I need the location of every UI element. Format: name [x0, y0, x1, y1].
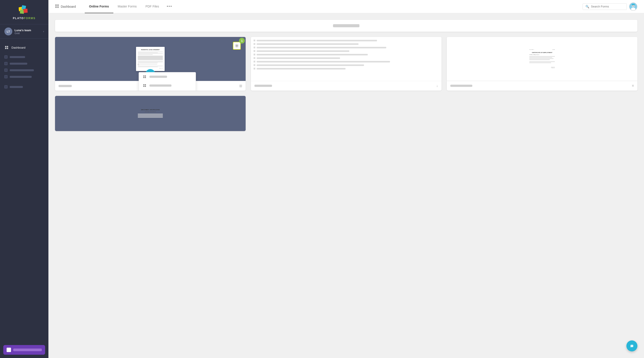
team-selector[interactable]: LT Luna's team Gold › [0, 24, 48, 39]
form-label-bar-5 [10, 86, 23, 88]
context-dropdown: Integration 2 [139, 72, 196, 91]
sidebar-form-item-2[interactable] [4, 60, 44, 67]
list-row-5 [254, 54, 439, 55]
search-input[interactable] [591, 5, 624, 8]
lease-doc-preview: RESIDENTIAL LEASE AGREEMENT [136, 47, 165, 71]
dropdown-item-icon-2 [142, 83, 147, 88]
cert-title: CERTIFICATE OF EMPLOYMENT [529, 52, 555, 53]
tab-master-forms[interactable]: Master Forms [113, 0, 141, 13]
svg-rect-23 [145, 77, 146, 78]
list-row-6 [254, 57, 439, 59]
logo-icon [19, 4, 30, 15]
team-info: Luna's team Gold [14, 28, 43, 34]
footer-download-icon[interactable]: ↓ [436, 84, 438, 88]
lease-doc-title: RESIDENTIAL LEASE AGREEMENT [138, 49, 163, 50]
cert-header: Form BEL 2 GCSS [529, 49, 555, 50]
dashboard-nav-icon [55, 4, 59, 9]
sidebar-form-item-1[interactable] [4, 54, 44, 60]
form-card-certificate: Form BEL 2 GCSS CERTIFICATE OF EMPLOYMEN… [447, 37, 638, 91]
emp-doc: EMPLOYMENT / JOB APPLICATION PERSONAL IN… [136, 107, 165, 120]
chevron-right-icon: › [43, 30, 44, 33]
svg-rect-24 [143, 84, 144, 85]
dropdown-item-icon-1 [142, 74, 147, 79]
search-icon: 🔍 [586, 5, 589, 8]
avatar-inner [630, 3, 637, 10]
svg-rect-3 [23, 8, 28, 13]
team-plan: Gold [14, 32, 43, 34]
sidebar-form-item-4[interactable] [4, 73, 44, 80]
search-box[interactable]: 🔍 [582, 3, 627, 10]
list-card-footer: ↓ [251, 81, 442, 90]
svg-rect-6 [5, 48, 6, 49]
form-checkbox-5 [4, 85, 8, 88]
dashboard-nav-item[interactable]: Dashboard [55, 4, 76, 9]
form-card-emp-preview: EMPLOYMENT / JOB APPLICATION PERSONAL IN… [55, 96, 246, 131]
form-checkbox-2 [4, 62, 8, 65]
sidebar-form-item-5[interactable] [4, 83, 44, 90]
form-checkbox-1 [4, 55, 8, 58]
team-avatar: LT [4, 27, 12, 35]
user-avatar[interactable] [629, 2, 638, 11]
svg-rect-4 [5, 46, 6, 47]
tab-bar: Online Forms Master Forms PDF Files ••• [85, 0, 583, 13]
list-row-9 [254, 68, 439, 69]
dropdown-item-3[interactable] [139, 90, 196, 91]
svg-rect-21 [145, 75, 146, 76]
form-checkbox-3 [4, 69, 8, 72]
upgrade-banner[interactable] [3, 345, 45, 355]
footer-list-icon[interactable]: ≡ [632, 84, 634, 88]
dropdown-item-1[interactable] [139, 72, 196, 81]
svg-rect-7 [7, 48, 8, 49]
content-area: 1 RESIDENTIAL LEASE AGREEMENT [48, 13, 644, 358]
svg-point-16 [634, 5, 634, 6]
svg-point-18 [236, 45, 238, 46]
svg-rect-27 [145, 86, 146, 87]
svg-rect-10 [55, 6, 57, 8]
logo-text: PLATOFORMS [13, 17, 36, 20]
cert-card-footer: ≡ [447, 81, 638, 90]
sidebar-form-item-3[interactable] [4, 67, 44, 73]
cert-doc: Form BEL 2 GCSS CERTIFICATE OF EMPLOYMEN… [527, 46, 558, 71]
settings-button[interactable] [233, 42, 241, 50]
team-name: Luna's team [14, 28, 43, 32]
chat-button[interactable] [626, 341, 638, 352]
tab-online-forms[interactable]: Online Forms [85, 0, 113, 13]
svg-rect-17 [632, 4, 635, 5]
top-navigation: Dashboard Online Forms Master Forms PDF … [48, 0, 644, 13]
dashboard-nav-label: Dashboard [61, 5, 76, 8]
forms-grid: 1 RESIDENTIAL LEASE AGREEMENT [55, 37, 638, 91]
svg-rect-22 [143, 77, 144, 78]
form-checkbox-4 [4, 75, 8, 78]
svg-rect-11 [57, 6, 59, 8]
more-options-button[interactable]: ••• [164, 4, 176, 9]
form-label-bar-4 [10, 76, 32, 78]
doc-line [138, 52, 163, 52]
list-row-7 [254, 61, 439, 62]
second-forms-grid: EMPLOYMENT / JOB APPLICATION PERSONAL IN… [55, 96, 638, 131]
dropdown-item-2[interactable] [139, 81, 196, 90]
tab-pdf-files[interactable]: PDF Files [141, 0, 163, 13]
step-badge-1: 1 [239, 38, 245, 43]
main-content: Dashboard Online Forms Master Forms PDF … [48, 0, 644, 358]
gear-icon [235, 44, 239, 48]
sidebar-item-dashboard-label: Dashboard [12, 46, 26, 49]
dashboard-icon [4, 45, 9, 50]
footer-label-2 [254, 85, 272, 87]
footer-icon[interactable]: ⊞ [239, 84, 242, 88]
svg-point-53 [631, 346, 632, 346]
svg-point-54 [632, 346, 632, 346]
top-card-bar [333, 24, 360, 27]
form-label-bar-1 [10, 56, 25, 58]
list-row-2 [254, 43, 439, 45]
list-row-3 [254, 47, 439, 48]
top-partial-card [55, 20, 638, 32]
svg-rect-26 [143, 86, 144, 87]
topnav-right: 🔍 [582, 2, 638, 11]
list-preview [254, 39, 439, 71]
sidebar-item-dashboard[interactable]: Dashboard [0, 43, 48, 52]
svg-rect-8 [55, 4, 57, 6]
sidebar-nav: Dashboard [0, 41, 48, 342]
chat-icon [629, 343, 634, 349]
upgrade-label-bar [13, 349, 42, 351]
form-label-bar-2 [10, 63, 27, 65]
